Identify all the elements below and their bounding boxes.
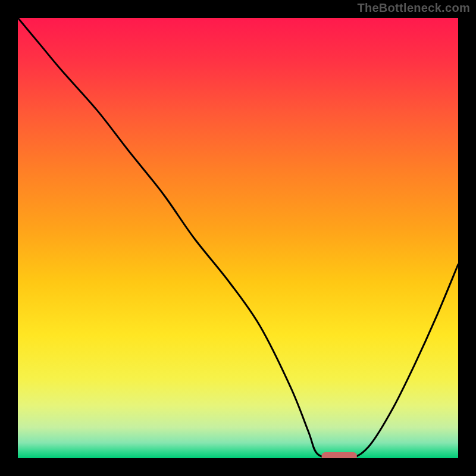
optimal-marker (322, 452, 357, 458)
bottleneck-plot (18, 18, 458, 458)
attribution-label: TheBottleneck.com (357, 1, 470, 15)
chart-container: TheBottleneck.com (0, 0, 476, 476)
plot-background (18, 18, 458, 458)
